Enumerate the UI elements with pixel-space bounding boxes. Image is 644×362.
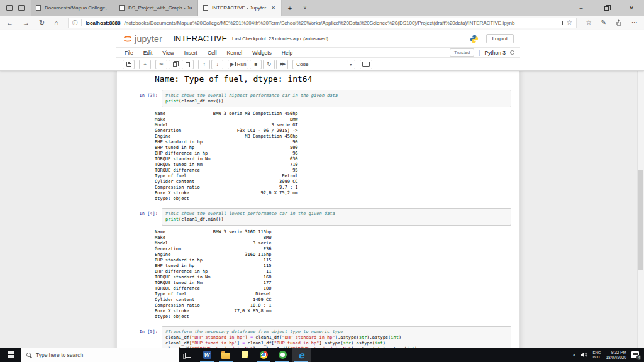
search-icon xyxy=(26,353,31,357)
task-view-button[interactable] xyxy=(179,348,197,362)
task-view-icon xyxy=(185,353,191,358)
clock[interactable]: 9:32 PM18/07/2020 xyxy=(606,350,626,359)
window-close-button[interactable]: ✕ xyxy=(619,0,644,16)
scrollbar-thumb[interactable] xyxy=(638,170,643,270)
code-line: #This shows the overall highest performa… xyxy=(165,93,508,99)
tab-list-chevron-icon[interactable]: ∨ xyxy=(298,0,312,16)
paste-icon xyxy=(186,62,190,67)
code-cell-input[interactable]: #This shows the overall lowest performan… xyxy=(162,208,511,226)
taskbar-app-file-explorer[interactable] xyxy=(216,348,235,362)
window-restore-button[interactable] xyxy=(594,0,619,16)
volume-icon[interactable] xyxy=(580,352,587,358)
menu-item-edit[interactable]: Edit xyxy=(138,50,158,56)
settings-more-icon[interactable]: ⋯ xyxy=(631,19,638,26)
date: 18/07/2020 xyxy=(606,355,626,359)
menu-item-kernel[interactable]: Kernel xyxy=(222,50,248,56)
taskbar-app-edge[interactable] xyxy=(292,348,311,362)
site-info-icon[interactable]: ⓘ xyxy=(72,19,77,26)
tab-close-icon[interactable]: ✕ xyxy=(270,5,276,11)
taskbar-app-chrome[interactable] xyxy=(254,348,273,362)
forward-icon[interactable]: → xyxy=(23,19,30,26)
copy-cell-button[interactable] xyxy=(169,60,180,69)
python-logo-icon xyxy=(470,35,479,43)
edge-icon xyxy=(298,351,304,359)
set-tabs-aside-icon[interactable] xyxy=(18,5,25,11)
move-up-button[interactable]: ↑ xyxy=(198,60,210,69)
web-note-pen-icon[interactable]: ✎ xyxy=(601,19,606,26)
time: 9:32 PM xyxy=(611,350,626,354)
code-cell-input[interactable]: #Transform the necessary dataframe from … xyxy=(162,326,511,348)
command-palette-button[interactable] xyxy=(360,60,372,69)
reading-view-icon[interactable] xyxy=(557,21,563,25)
show-set-aside-tabs-icon[interactable] xyxy=(6,5,13,11)
restart-kernel-button[interactable]: ↻ xyxy=(263,60,275,69)
tab-title: Documents/Mapua College, xyxy=(45,5,109,11)
notebook-site: Name: Type of fuel, dtype: int64 In [3]:… xyxy=(0,71,644,348)
cell-type-select[interactable]: Code▾ xyxy=(292,60,355,69)
paste-cell-button[interactable] xyxy=(182,60,194,69)
move-down-button[interactable]: ↓ xyxy=(211,60,223,69)
menu-item-insert[interactable]: Insert xyxy=(179,50,203,56)
share-icon[interactable] xyxy=(616,19,622,26)
address-bar[interactable]: ⓘ localhost:8888 /notebooks/Documents/Ma… xyxy=(68,18,577,28)
jupyter-logo[interactable]: jupyter xyxy=(123,34,162,44)
jupyter-header: jupyter INTERACTIVE Last Checkpoint: 23 … xyxy=(0,30,644,71)
kernel-idle-icon xyxy=(510,50,514,55)
taskbar-app-sticky-notes[interactable] xyxy=(235,348,254,362)
green-ring-icon xyxy=(279,351,287,359)
cell-output: Name BMW 3 serie M3 Competition 450hp Ma… xyxy=(155,111,519,202)
jupyter-toolbar: + ✂ ↑ ↓ ▶Run ■ ↻ ▶▶ Code▾ xyxy=(116,58,520,70)
code-line: print(clean1_df.max()) xyxy=(165,99,508,104)
cell-input-area: In [4]:#This shows the overall lowest pe… xyxy=(117,208,519,226)
screen: Documents/Mapua College,DS_Project_with_… xyxy=(0,0,644,362)
code-line: #This shows the overall lowest performan… xyxy=(165,211,508,217)
new-tab-button[interactable]: + xyxy=(282,0,298,16)
word-icon xyxy=(203,351,211,359)
save-button[interactable] xyxy=(123,60,135,69)
home-icon[interactable]: ⌂ xyxy=(54,19,58,26)
code-cell-input[interactable]: #This shows the overall highest performa… xyxy=(162,90,511,107)
start-button[interactable] xyxy=(0,348,21,362)
run-button[interactable]: ▶Run xyxy=(228,60,248,69)
notification-badge: 4 xyxy=(636,355,641,360)
browser-tab-bar: Documents/Mapua College,DS_Project_with_… xyxy=(0,0,644,16)
logout-button[interactable]: Logout xyxy=(486,34,514,43)
cut-cell-button[interactable]: ✂ xyxy=(155,60,167,69)
browser-tab-3[interactable]: INTERACTIVE - Jupyter N✕ xyxy=(198,0,282,16)
copy-icon xyxy=(173,62,177,67)
autosave-text: (autosaved) xyxy=(303,36,328,41)
taskbar-search[interactable]: Type here to search xyxy=(21,348,179,362)
stop-button[interactable]: ■ xyxy=(250,60,262,69)
window-minimize-button[interactable]: – xyxy=(569,0,594,16)
hidden-icons-chevron-icon[interactable]: ∧ xyxy=(572,353,575,358)
taskbar-app-word[interactable] xyxy=(197,348,216,362)
browser-tabs: Documents/Mapua College,DS_Project_with_… xyxy=(31,0,282,16)
restart-run-all-button[interactable]: ▶▶ xyxy=(276,60,288,69)
browser-tab-1[interactable]: Documents/Mapua College, xyxy=(31,0,114,16)
favorites-hub-icon[interactable]: ☆ xyxy=(586,19,592,26)
jupyter-logo-text: jupyter xyxy=(135,34,162,44)
cell-input-area: In [5]:#Transform the necessary datafram… xyxy=(117,326,519,348)
notebook-title[interactable]: INTERACTIVE xyxy=(173,34,227,43)
back-icon[interactable]: ← xyxy=(6,19,13,26)
language-indicator[interactable]: ENGINTL xyxy=(592,351,601,359)
refresh-icon[interactable]: ↻ xyxy=(39,19,45,26)
menu-item-widgets[interactable]: Widgets xyxy=(247,50,277,56)
taskbar-app-green-ring[interactable] xyxy=(273,348,292,362)
menu-item-file[interactable]: File xyxy=(119,50,138,56)
add-favorite-star-icon[interactable]: ☆ xyxy=(567,19,572,26)
page-scrollbar[interactable] xyxy=(637,71,644,348)
add-cell-button[interactable]: + xyxy=(139,60,151,69)
menu-items: FileEditViewInsertCellKernelWidgetsHelp xyxy=(119,50,297,56)
menu-item-cell[interactable]: Cell xyxy=(203,50,222,56)
tab-title: DS_Project_with_Graph - Ju xyxy=(128,5,192,11)
menu-item-help[interactable]: Help xyxy=(277,50,297,56)
browser-tab-2[interactable]: DS_Project_with_Graph - Ju xyxy=(114,0,198,16)
run-label: Run xyxy=(237,62,247,67)
menu-item-view[interactable]: View xyxy=(157,50,179,56)
cell-output: Name BMW 3 serie 316D 115hp Make BMW Mod… xyxy=(155,229,519,320)
notification-center-icon[interactable]: 4 xyxy=(631,351,639,358)
code-cell-4: In [4]:#This shows the overall lowest pe… xyxy=(117,208,519,320)
keyboard-icon xyxy=(362,62,370,67)
window-controls: – ✕ xyxy=(569,0,644,16)
